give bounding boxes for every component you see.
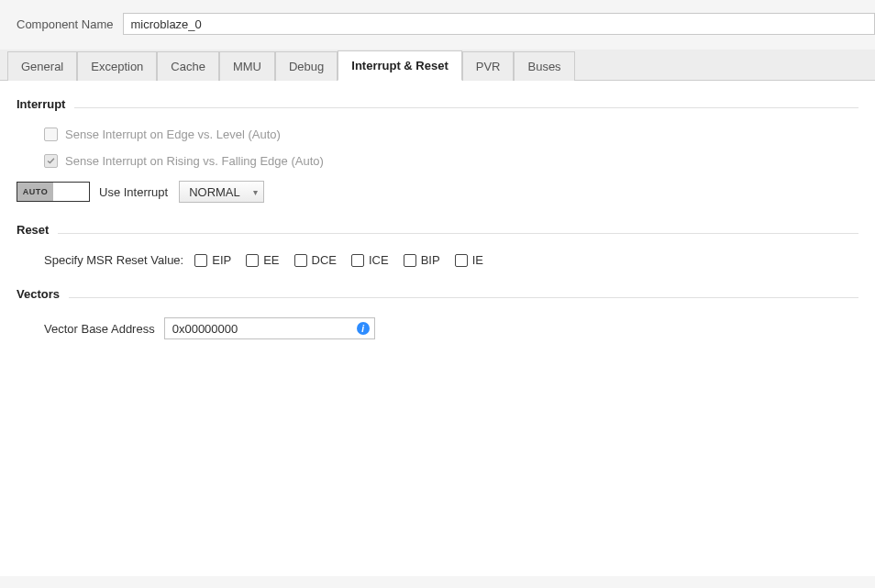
divider	[69, 297, 858, 298]
tab-debug[interactable]: Debug	[275, 51, 338, 81]
msr-flag-dce[interactable]: DCE	[294, 253, 337, 267]
use-interrupt-select[interactable]: NORMAL ▾	[179, 181, 264, 203]
msr-flag-label: EE	[263, 253, 279, 267]
component-name-label: Component Name	[17, 17, 114, 31]
component-name-input[interactable]	[123, 13, 876, 35]
msr-reset-label: Specify MSR Reset Value:	[44, 253, 183, 267]
msr-flag-eip[interactable]: EIP	[194, 253, 231, 267]
checkbox-icon	[294, 254, 307, 267]
checkbox-icon	[404, 254, 416, 267]
divider	[58, 233, 858, 234]
tab-pvr[interactable]: PVR	[462, 51, 515, 81]
auto-toggle-on: AUTO	[17, 183, 53, 201]
use-interrupt-value: NORMAL	[189, 185, 240, 199]
msr-flag-label: IE	[472, 253, 483, 267]
use-interrupt-label: Use Interrupt	[99, 185, 168, 199]
auto-toggle-off	[53, 183, 89, 201]
vectors-section-title: Vectors	[17, 287, 60, 305]
auto-toggle[interactable]: AUTO	[17, 182, 90, 202]
tab-general[interactable]: General	[7, 51, 77, 81]
msr-flag-ice[interactable]: ICE	[351, 253, 389, 267]
msr-flag-label: BIP	[421, 253, 440, 267]
vector-base-label: Vector Base Address	[44, 322, 155, 336]
msr-flag-bip[interactable]: BIP	[404, 253, 440, 267]
vector-base-input[interactable]	[164, 317, 375, 339]
tab-cache[interactable]: Cache	[157, 51, 219, 81]
interrupt-section-title: Interrupt	[17, 97, 65, 115]
tab-mmu[interactable]: MMU	[219, 51, 275, 81]
sense-edge-label: Sense Interrupt on Edge vs. Level (Auto)	[65, 128, 281, 141]
sense-edge-checkbox[interactable]	[44, 128, 58, 141]
checkbox-icon	[455, 254, 468, 267]
msr-flag-label: DCE	[312, 253, 337, 267]
msr-flag-ee[interactable]: EE	[246, 253, 279, 267]
divider	[74, 107, 858, 108]
tab-buses[interactable]: Buses	[514, 51, 574, 81]
chevron-down-icon: ▾	[253, 187, 258, 197]
checkbox-icon	[351, 254, 364, 267]
info-icon[interactable]: i	[357, 322, 370, 335]
msr-flag-ie[interactable]: IE	[455, 253, 483, 267]
tabs-bar: GeneralExceptionCacheMMUDebugInterrupt &…	[0, 50, 875, 81]
tab-exception[interactable]: Exception	[77, 51, 157, 81]
reset-section-title: Reset	[17, 223, 49, 240]
checkbox-icon	[246, 254, 259, 267]
sense-rising-label: Sense Interrupt on Rising vs. Falling Ed…	[65, 154, 324, 168]
msr-flag-label: ICE	[369, 253, 389, 267]
sense-rising-checkbox[interactable]	[44, 154, 58, 168]
checkbox-icon	[194, 254, 207, 267]
tab-interrupt-reset[interactable]: Interrupt & Reset	[338, 50, 461, 81]
msr-flag-label: EIP	[212, 253, 231, 267]
